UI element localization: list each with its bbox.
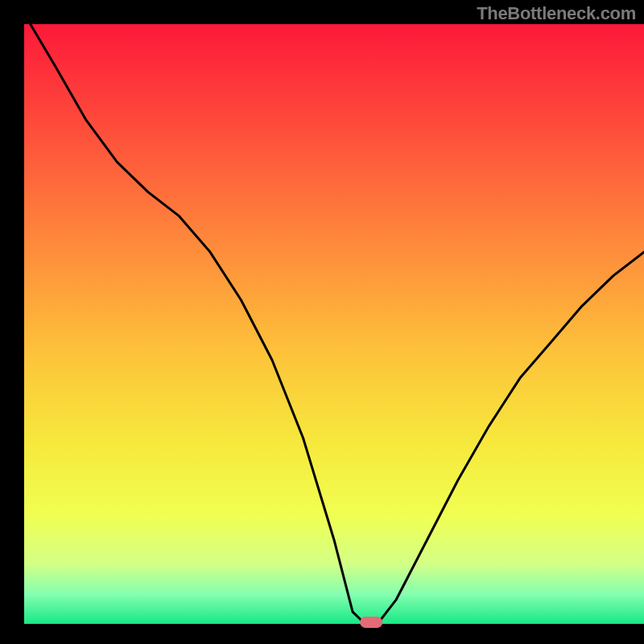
attribution-text: TheBottleneck.com — [477, 3, 636, 24]
plot-background — [24, 24, 644, 624]
chart-frame: TheBottleneck.com — [0, 0, 644, 644]
bottleneck-chart — [0, 0, 644, 644]
optimal-marker — [360, 617, 382, 628]
